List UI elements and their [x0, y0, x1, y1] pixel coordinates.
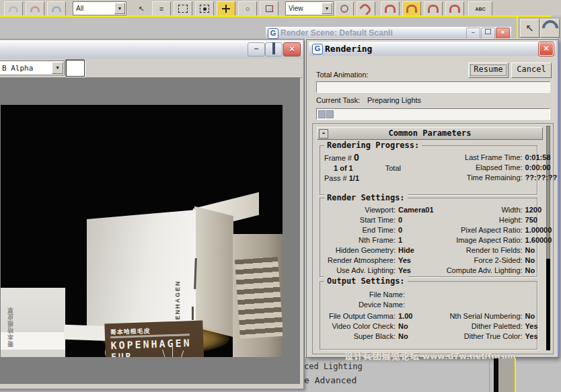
- chevron-down-icon[interactable]: ▼: [114, 3, 125, 14]
- percent-snap-icon[interactable]: [424, 1, 443, 16]
- frame-window-titlebar[interactable]: – ×: [0, 40, 303, 58]
- max-logo-icon: G: [268, 28, 278, 39]
- progress-segment: [318, 110, 326, 118]
- dialog-titlebar[interactable]: G Rendering ×: [309, 42, 556, 56]
- output-settings-group: Output Settings: File Name: Device Name:…: [320, 281, 537, 350]
- group-title: Output Settings:: [324, 276, 408, 286]
- toolbar-right-panel: ↖: [518, 17, 561, 39]
- frame-of-total: 1 of 1: [334, 164, 353, 172]
- rotate-tool-icon[interactable]: ○: [238, 1, 257, 16]
- current-task-value: Preparing Lights: [367, 96, 421, 104]
- render-scene-window-titlebar[interactable]: G Render Scene: Default Scanli – ×: [266, 27, 511, 39]
- background-text-use-advanced: e Advanced: [304, 375, 357, 385]
- frame-window-toolbar: B Alpha ▼: [0, 58, 303, 78]
- move-tool-icon[interactable]: [217, 1, 235, 16]
- common-parameters-rollout-header[interactable]: - Common Parameters: [317, 127, 543, 140]
- group-title: Render Settings:: [324, 193, 408, 202]
- left-wall-text: 哥本哈根皮草: [6, 297, 15, 347]
- maximize-button[interactable]: [265, 42, 283, 56]
- render-louvers: [235, 257, 283, 339]
- screen: All ▼ ↖ ≡ ○ View ▼ ABC ↖ G: [0, 0, 561, 392]
- time-remaining: ??:??:??: [525, 173, 558, 182]
- watermark: 设计兵团展览论坛 www.d7w.net/forum: [344, 349, 516, 362]
- spinner-snap-icon[interactable]: [445, 1, 464, 16]
- main-toolbar: All ▼ ↖ ≡ ○ View ▼ ABC: [0, 0, 561, 15]
- render-scene-window-title: Render Scene: Default Scanli: [280, 28, 393, 38]
- render-brand-wall: 哥本哈根毛皮 KOPENHAGEN FUR: [104, 320, 204, 357]
- close-button[interactable]: ×: [496, 28, 510, 39]
- viewport-border-fragment-bottom: [515, 358, 516, 392]
- select-by-name-icon[interactable]: ≡: [152, 1, 171, 16]
- cancel-button[interactable]: Cancel: [511, 63, 552, 78]
- channel-dropdown[interactable]: B Alpha ▼: [0, 61, 65, 75]
- box-slat: [192, 307, 194, 320]
- select-cursor-icon[interactable]: ↖: [520, 19, 539, 38]
- group-title: Rendering Progress:: [324, 141, 422, 150]
- use-pivot-center-icon[interactable]: [335, 1, 354, 16]
- angle-snap-icon[interactable]: [402, 1, 421, 16]
- arc-rotate-icon[interactable]: [540, 19, 560, 38]
- rendering-dialog: G Rendering × Total Animation: Resume Ca…: [306, 39, 558, 358]
- pass-number: 1/1: [349, 174, 359, 182]
- viewport-border-fragment: [517, 17, 518, 39]
- background-divider: [489, 358, 490, 392]
- reference-coord-value: View: [289, 5, 303, 12]
- clear-color-swatch[interactable]: [66, 60, 85, 77]
- rendering-progress-group: Rendering Progress: Frame # 0 1 of 1Tota…: [320, 145, 537, 195]
- background-black-bar: [494, 358, 498, 392]
- select-link-icon[interactable]: [4, 1, 23, 16]
- rendered-image: KOPENHAGEN FUR 哥本哈根皮草: [1, 105, 283, 357]
- maximize-button[interactable]: [481, 28, 495, 39]
- scale-tool-icon[interactable]: [260, 1, 278, 16]
- close-button[interactable]: ×: [283, 42, 301, 56]
- resume-button[interactable]: Resume: [468, 63, 509, 78]
- minimize-button[interactable]: –: [248, 42, 265, 56]
- select-object-icon[interactable]: ↖: [132, 1, 151, 16]
- background-panel: [498, 358, 515, 392]
- frame-number: 0: [354, 152, 359, 163]
- background-scrollbar-edge: [558, 39, 559, 356]
- mirror-icon[interactable]: [357, 1, 375, 16]
- render-box-side: [194, 206, 233, 337]
- brand-wall-line1: KOPENHAGEN: [110, 338, 192, 351]
- brand-wall-line2: FUR: [111, 351, 133, 357]
- selection-filter-dropdown[interactable]: All ▼: [73, 1, 126, 15]
- render-settings-group: Render Settings: Viewport:Camera01 Start…: [320, 198, 537, 277]
- rollout-panel: - Common Parameters Rendering Progress: …: [312, 123, 554, 354]
- minimize-button[interactable]: –: [466, 28, 480, 39]
- channel-value: B Alpha: [2, 64, 33, 73]
- dialog-title: Rendering: [325, 44, 372, 54]
- frame-window-canvas: KOPENHAGEN FUR 哥本哈根皮草: [0, 77, 300, 384]
- total-animation-progressbar: [316, 81, 550, 93]
- rect-selection-region-icon[interactable]: [174, 1, 192, 16]
- current-task-progressbar: [316, 108, 550, 120]
- render-branch: [172, 347, 173, 357]
- chevron-down-icon[interactable]: ▼: [322, 3, 332, 14]
- total-animation-label: Total Animation:: [316, 71, 369, 79]
- close-button[interactable]: ×: [539, 42, 554, 56]
- unlink-icon[interactable]: [26, 1, 44, 16]
- progress-segment: [326, 110, 334, 118]
- rollout-title: Common Parameters: [389, 128, 472, 138]
- max-logo-icon: G: [312, 44, 323, 54]
- chevron-down-icon[interactable]: ▼: [52, 62, 63, 74]
- snap-toggle-icon[interactable]: [381, 1, 400, 16]
- active-viewport-border: [0, 15, 552, 17]
- rendered-frame-window: – × B Alpha ▼ KOPENHAGEN FUR: [0, 39, 304, 389]
- elapsed-time: 0:00:00: [525, 163, 551, 171]
- selection-filter-value: All: [76, 5, 83, 12]
- last-frame-time: 0:01:58: [525, 153, 551, 161]
- background-text-advanced-lighting: ced Lighting: [304, 362, 363, 371]
- collapse-button[interactable]: -: [319, 129, 328, 139]
- reference-coord-dropdown[interactable]: View ▼: [285, 1, 334, 15]
- named-selection-sets-icon[interactable]: ABC: [468, 1, 492, 16]
- current-task-label: Current Task:: [316, 96, 360, 104]
- bind-spacewarp-icon[interactable]: [47, 1, 66, 16]
- crossing-selection-icon[interactable]: [195, 1, 214, 16]
